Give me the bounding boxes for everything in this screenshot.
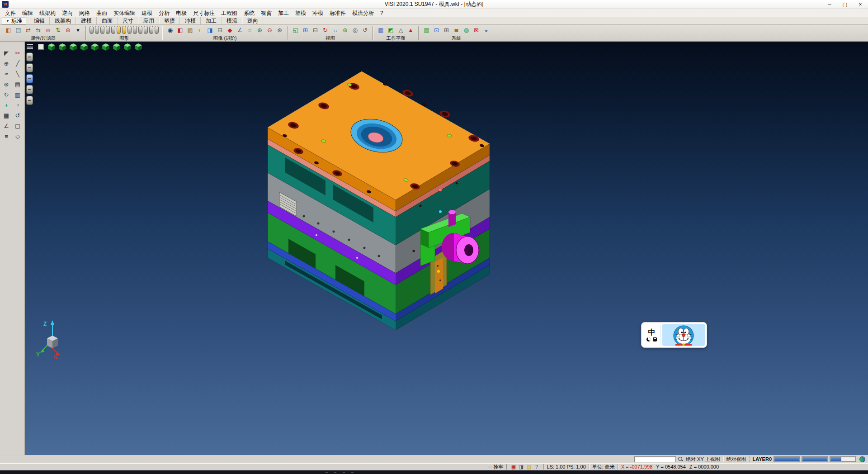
view-fit-icon[interactable]: ◎ xyxy=(351,26,359,34)
ribbon-tab[interactable]: 曲面 xyxy=(97,17,118,24)
menu-item[interactable]: 实体编辑 xyxy=(110,9,138,17)
maximize-button[interactable]: ▢ xyxy=(837,0,853,9)
calculator-icon[interactable]: ⊞ xyxy=(442,26,451,34)
view-cube-icon[interactable] xyxy=(112,43,121,51)
menu-item[interactable]: 系统 xyxy=(241,9,258,17)
ribbon-tab[interactable]: 加工 xyxy=(201,17,222,24)
search-icon[interactable] xyxy=(678,456,683,462)
cursor-icon[interactable]: ◤ xyxy=(1,48,12,58)
viewport-menu-icon[interactable] xyxy=(25,43,34,51)
menu-item[interactable]: 编辑 xyxy=(19,9,36,17)
menu-item[interactable]: 电极 xyxy=(173,9,190,17)
ribbon-tab[interactable]: 建模 xyxy=(76,17,97,24)
filter-capsule-icon[interactable] xyxy=(26,85,33,94)
camera-icon[interactable]: ◉ xyxy=(166,26,175,34)
undo-icon[interactable]: ↺ xyxy=(13,110,23,120)
view-cube-icon[interactable] xyxy=(47,43,56,51)
section-icon[interactable]: ⊟ xyxy=(216,26,224,34)
printer-icon[interactable]: ▤ xyxy=(14,26,23,34)
ribbon-tab[interactable]: 模流 xyxy=(222,17,242,24)
plane-custom-icon[interactable]: △ xyxy=(396,26,405,34)
menu-item[interactable]: 视窗 xyxy=(258,9,275,17)
display-capsule-icon[interactable] xyxy=(138,26,142,34)
menu-item[interactable]: 逆向 xyxy=(59,9,76,17)
zoom-out-icon[interactable]: ⊖ xyxy=(265,26,274,34)
database-icon[interactable]: ◙ xyxy=(452,26,461,34)
display-capsule-icon[interactable] xyxy=(127,26,132,34)
display-capsule-icon[interactable] xyxy=(117,26,121,34)
lock-toggle[interactable]: 拴牢 xyxy=(494,464,504,470)
arc-icon[interactable]: ◔ xyxy=(13,100,23,110)
stack-icon[interactable]: ≡ xyxy=(1,131,12,141)
filter-capsule-icon[interactable] xyxy=(26,96,33,105)
display-capsule-icon[interactable] xyxy=(100,26,104,34)
view-rotate-icon[interactable]: ↻ xyxy=(321,26,330,34)
menu-item[interactable]: 加工 xyxy=(275,9,292,17)
plane-grid-icon[interactable]: ▦ xyxy=(377,26,385,34)
ribbon-tab[interactable]: 塑膜 xyxy=(159,17,180,24)
display-status-icon[interactable]: ▣ xyxy=(510,464,517,470)
layer-swap-icon[interactable]: ⇅ xyxy=(54,26,62,34)
windows-taskbar[interactable] xyxy=(0,470,868,474)
attach-icon[interactable]: ⊕ xyxy=(64,26,72,34)
filter-capsule-icon[interactable] xyxy=(26,63,33,72)
rotate-icon[interactable]: ↻ xyxy=(1,90,12,100)
ime-widget[interactable]: 中 xyxy=(641,322,707,348)
view-absolute-label[interactable]: 绝对 XY 上视图 xyxy=(686,456,720,463)
transfer-red-icon[interactable]: ⇄ xyxy=(24,26,33,34)
ribbon-tab[interactable]: 应用 xyxy=(138,17,159,24)
filter-capsule-icon[interactable] xyxy=(26,52,33,62)
document-icon[interactable]: ▥ xyxy=(13,90,23,100)
paint-bucket-icon[interactable]: ◧ xyxy=(4,26,13,34)
view-front-icon[interactable]: ⊟ xyxy=(311,26,320,34)
capture-icon[interactable]: ◨ xyxy=(518,464,525,470)
angle-icon[interactable]: ∠ xyxy=(1,121,12,131)
scissors-icon[interactable]: ✂ xyxy=(13,48,23,58)
transfer-blue-icon[interactable]: ⇆ xyxy=(34,26,42,34)
moon-icon[interactable] xyxy=(646,337,651,341)
options-icon[interactable]: ⊠ xyxy=(472,26,481,34)
menu-item[interactable]: 曲面 xyxy=(93,9,110,17)
view-cube-icon[interactable] xyxy=(101,43,110,51)
display-capsule-icon[interactable] xyxy=(155,26,159,34)
plane-flip-icon[interactable]: ▲ xyxy=(406,26,415,34)
snap-icon[interactable]: ⊡ xyxy=(432,26,441,34)
display-capsule-icon[interactable] xyxy=(111,26,115,34)
view-cube-icon[interactable] xyxy=(134,43,143,51)
view-cube-icon[interactable] xyxy=(90,43,99,51)
mirror-icon[interactable]: ◨ xyxy=(206,26,214,34)
view-cube-icon[interactable] xyxy=(58,43,67,51)
view-previous-icon[interactable]: ↺ xyxy=(361,26,369,34)
ribbon-tab[interactable]: 编辑 xyxy=(29,17,50,24)
view-cube-icon[interactable] xyxy=(123,43,132,51)
menu-item[interactable]: 分析 xyxy=(156,9,173,17)
zoom-in-icon[interactable]: ⊕ xyxy=(255,26,264,34)
search-input[interactable] xyxy=(634,456,676,462)
view-mode-label[interactable]: 绝对视图 xyxy=(726,456,746,463)
menu-item[interactable]: 网格 xyxy=(76,9,93,17)
close-button[interactable]: × xyxy=(853,0,868,9)
display-capsule-icon[interactable] xyxy=(149,26,153,34)
filter-capsule-icon-active[interactable] xyxy=(26,74,33,83)
gear-icon[interactable]: ⊛ xyxy=(1,79,12,89)
spline-icon[interactable]: ≈ xyxy=(1,69,12,79)
display-capsule-icon[interactable] xyxy=(144,26,148,34)
folder-icon[interactable]: ▤ xyxy=(526,464,533,470)
ribbon-tab[interactable]: 线架构 xyxy=(50,17,76,24)
menu-item[interactable]: 模流分析 xyxy=(349,9,377,17)
view-pan-icon[interactable]: ↔ xyxy=(331,26,340,34)
display-capsule-icon[interactable] xyxy=(133,26,137,34)
info-icon[interactable]: ◒ xyxy=(482,26,491,34)
display-capsule-icon[interactable] xyxy=(106,26,110,34)
grid-icon[interactable]: ▦ xyxy=(422,26,431,34)
display-capsule-icon[interactable] xyxy=(122,26,126,34)
menu-item[interactable]: 建模 xyxy=(138,9,156,17)
pen-icon[interactable]: ╲ xyxy=(13,69,23,79)
menu-item[interactable]: 标准件 xyxy=(326,9,349,17)
toolbar-preset-dropdown[interactable]: ▼ 标准 xyxy=(2,18,26,24)
view-cube-icon[interactable] xyxy=(69,43,78,51)
ime-tools-icon[interactable] xyxy=(653,337,657,341)
3d-viewport[interactable]: Z X Y xyxy=(25,42,868,455)
view-top-icon[interactable]: ⊞ xyxy=(301,26,310,34)
display-capsule-icon[interactable] xyxy=(90,26,94,34)
